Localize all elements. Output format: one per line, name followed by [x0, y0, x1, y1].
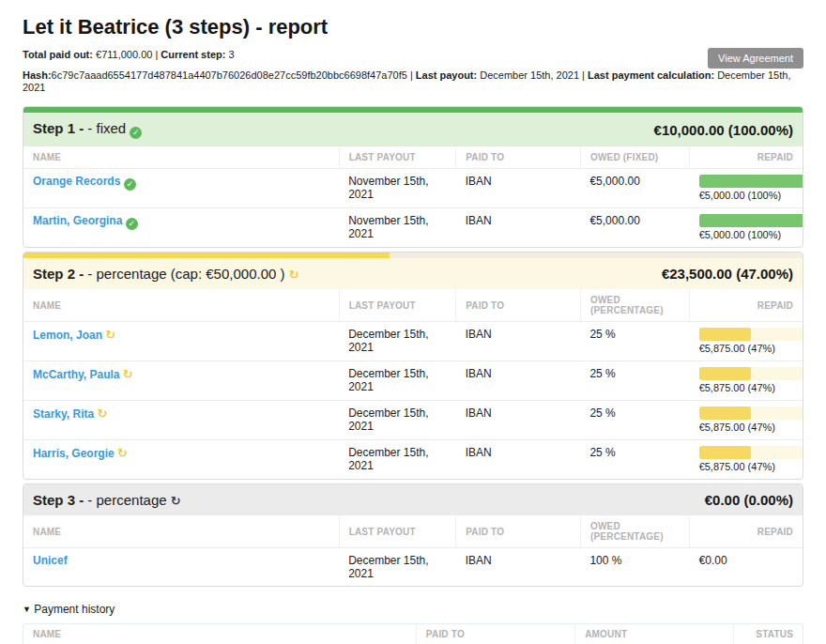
refresh-icon: ↻	[97, 406, 107, 421]
report-page: Let it Beatrice (3 steps) - report Total…	[0, 15, 826, 644]
step-3-card: Step 3 - - percentage ↻ €0.00 (0.00%) NA…	[23, 483, 803, 587]
view-agreement-button[interactable]: View Agreement	[708, 48, 803, 69]
col-paid-to: PAID TO	[456, 289, 581, 322]
payment-history-table: NAME PAID TO AMOUNT STATUS November 1st,…	[23, 624, 803, 644]
repaid-cell: €5,000.00 (100%)	[690, 208, 803, 248]
step-title-rest: - percentage (cap: €50,000.00 )	[87, 266, 284, 282]
paid-to-cell: IBAN	[456, 440, 581, 480]
collapse-triangle-icon: ▼	[23, 605, 31, 614]
owed-cell: 25 %	[580, 361, 689, 401]
step-1-card: Step 1 - - fixed ✓ €10,000.00 (100.00%) …	[23, 106, 803, 248]
col-paid-to: PAID TO	[456, 146, 581, 169]
recipient-link[interactable]: Unicef	[33, 554, 68, 567]
step-rows: Lemon, Joan ↻December 15th, 2021IBAN25 %…	[23, 322, 803, 480]
step-title-rest: - percentage	[87, 492, 166, 508]
paid-to-cell: IBAN	[456, 169, 581, 208]
step-table: NAME LAST PAYOUT PAID TO OWED (PERCENTAG…	[23, 515, 803, 586]
repaid-bar: €5,875.00 (47%)	[699, 367, 803, 393]
last-payout-cell: November 15th, 2021	[339, 169, 456, 208]
payment-history-toggle[interactable]: ▼ Payment history	[23, 603, 803, 616]
step-table: NAME LAST PAYOUT PAID TO OWED (PERCENTAG…	[23, 289, 803, 479]
last-payout-cell: December 15th, 2021	[339, 401, 456, 440]
last-payout-cell: December 15th, 2021	[339, 440, 456, 480]
col-name: NAME	[23, 624, 416, 644]
col-last-payout: LAST PAYOUT	[339, 515, 456, 548]
step-header: Step 2 - - percentage (cap: €50,000.00 )…	[23, 258, 803, 289]
recipient-link[interactable]: Starky, Rita	[33, 407, 94, 421]
col-repaid: REPAID	[690, 515, 803, 548]
repaid-cell: €5,875.00 (47%)	[690, 440, 803, 480]
col-owed: OWED (PERCENTAGE)	[580, 515, 689, 548]
name-cell: Lemon, Joan ↻	[23, 322, 339, 361]
check-circle-icon: ✓	[126, 218, 138, 230]
repaid-amount: €5,000.00 (100%)	[699, 190, 803, 201]
name-cell: Starky, Rita ↻	[23, 401, 339, 440]
col-status: STATUS	[734, 624, 803, 644]
repaid-bar: €5,000.00 (100%)	[699, 175, 803, 201]
step-table-header: NAME LAST PAYOUT PAID TO OWED (PERCENTAG…	[23, 515, 803, 548]
hash-line: Hash:6c79c7aaad6554177d487841a4407b76026…	[23, 69, 803, 94]
step-row: Orange Records ✓November 15th, 2021IBAN€…	[23, 169, 803, 208]
step-table-header: NAME LAST PAYOUT PAID TO OWED (PERCENTAG…	[23, 289, 803, 322]
col-last-payout: LAST PAYOUT	[339, 289, 456, 322]
recipient-link[interactable]: Orange Records	[33, 175, 120, 188]
repaid-amount: €5,000.00 (100%)	[699, 229, 803, 240]
payment-history-title: Payment history	[34, 603, 115, 616]
paid-to-cell: IBAN	[456, 208, 581, 248]
col-repaid: REPAID	[690, 146, 803, 169]
step-total: €10,000.00 (100.00%)	[654, 122, 793, 138]
step-title: Step 3 - - percentage ↻	[33, 492, 181, 508]
recipient-link[interactable]: Martin, Georgina	[33, 214, 122, 227]
paid-to-cell: IBAN	[456, 361, 581, 401]
col-name: NAME	[23, 146, 339, 169]
owed-cell: €5,000.00	[580, 169, 689, 208]
step-total: €0.00 (0.00%)	[705, 492, 793, 508]
repaid-cell: €0.00	[690, 548, 803, 587]
step-row: Lemon, Joan ↻December 15th, 2021IBAN25 %…	[23, 322, 803, 361]
check-circle-icon: ✓	[130, 127, 142, 139]
name-cell: Orange Records ✓	[23, 169, 339, 208]
repaid-cell: €5,875.00 (47%)	[690, 401, 803, 440]
step-2-card: Step 2 - - percentage (cap: €50,000.00 )…	[23, 252, 803, 480]
col-owed: OWED (PERCENTAGE)	[580, 289, 689, 322]
owed-cell: 100 %	[580, 548, 689, 587]
paid-to-cell: IBAN	[456, 322, 581, 361]
refresh-icon: ↻	[289, 268, 299, 282]
name-cell: McCarthy, Paula ↻	[23, 361, 339, 401]
last-payout-cell: December 15th, 2021	[339, 548, 456, 587]
summary-line: Total paid out: €711,000.00 | Current st…	[23, 49, 803, 61]
col-paid-to: PAID TO	[416, 624, 574, 644]
repaid-cell: €5,875.00 (47%)	[690, 322, 803, 361]
owed-cell: 25 %	[580, 440, 689, 480]
col-paid-to: PAID TO	[456, 515, 581, 548]
check-circle-icon: ✓	[124, 178, 136, 191]
paid-to-cell: IBAN	[456, 548, 581, 587]
col-last-payout: LAST PAYOUT	[339, 146, 456, 169]
repaid-amount: €5,875.00 (47%)	[699, 382, 803, 393]
step-row: McCarthy, Paula ↻December 15th, 2021IBAN…	[23, 361, 803, 401]
step-total: €23,500.00 (47.00%)	[662, 266, 793, 282]
payment-history-header: NAME PAID TO AMOUNT STATUS	[23, 624, 803, 644]
step-title-bold: Step 3 -	[33, 492, 84, 508]
col-owed: OWED (FIXED)	[580, 146, 689, 169]
refresh-icon: ↻	[105, 328, 115, 342]
owed-cell: 25 %	[580, 322, 689, 361]
recipient-link[interactable]: McCarthy, Paula	[33, 368, 119, 381]
col-name: NAME	[23, 289, 339, 322]
col-name: NAME	[23, 515, 339, 548]
step-title: Step 1 - - fixed ✓	[33, 120, 142, 139]
step-title-bold: Step 1 -	[33, 120, 84, 136]
step-row: Unicef December 15th, 2021IBAN100 %€0.00	[23, 548, 803, 587]
repaid-cell: €5,000.00 (100%)	[690, 169, 803, 208]
recipient-link[interactable]: Lemon, Joan	[33, 329, 102, 342]
step-header: Step 1 - - fixed ✓ €10,000.00 (100.00%)	[23, 113, 803, 146]
step-title-bold: Step 2 -	[33, 266, 84, 282]
last-payout-cell: December 15th, 2021	[339, 361, 456, 401]
name-cell: Harris, Georgie ↻	[23, 440, 339, 480]
owed-cell: 25 %	[580, 401, 689, 440]
step-header: Step 3 - - percentage ↻ €0.00 (0.00%)	[23, 484, 803, 515]
refresh-icon: ↻	[123, 367, 133, 381]
repaid-amount: €5,875.00 (47%)	[699, 343, 803, 354]
paid-to-cell: IBAN	[456, 401, 581, 440]
recipient-link[interactable]: Harris, Georgie	[33, 447, 115, 460]
